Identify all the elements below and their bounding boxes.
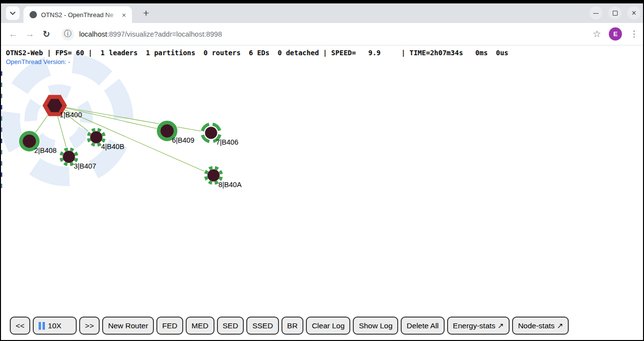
speed-button[interactable]: 10X — [33, 317, 77, 335]
maximize-icon — [613, 11, 618, 16]
node-core — [23, 135, 36, 148]
address-bar: ← → ↻ ⓘ localhost:8997/visualize?addr=lo… — [1, 23, 643, 45]
fast-forward-button[interactable]: >> — [79, 317, 100, 335]
new-tab-button[interactable]: + — [140, 7, 152, 20]
page-content: OTNS2-Web | FPS= 60 | 1 leaders 1 partit… — [1, 45, 643, 340]
url-host: localhost — [79, 30, 107, 38]
button-label: Clear Log — [312, 321, 344, 330]
toolbar: <<10X>>New RouterFEDMEDSEDSSEDBRClear Lo… — [10, 317, 569, 335]
url-field[interactable]: localhost:8997/visualize?addr=localhost:… — [79, 30, 593, 38]
button-label: Node-stats ↗ — [518, 321, 563, 330]
edge-tick — [1, 150, 2, 154]
partition-watermark — [1, 45, 147, 199]
node-label: 7|B406 — [216, 138, 238, 146]
node-core — [63, 151, 75, 163]
button-label: Show Log — [359, 321, 392, 330]
left-edge-marks — [1, 71, 2, 188]
back-icon[interactable]: ← — [5, 29, 21, 40]
energy-stats-button[interactable]: Energy-stats ↗ — [447, 317, 510, 335]
forward-icon[interactable]: → — [21, 29, 38, 40]
globe-favicon-icon — [29, 11, 37, 19]
network-canvas[interactable]: 1|B4002|B4083|B4074|B40B6|B4097|B4068|B4… — [1, 45, 643, 340]
node-1[interactable]: 1|B400 — [43, 95, 82, 119]
button-label: Delete All — [407, 321, 438, 330]
button-label: Energy-stats ↗ — [453, 321, 504, 330]
address-bar-actions: ☆ E ⋮ — [593, 27, 638, 41]
button-label: New Router — [108, 321, 148, 330]
profile-avatar[interactable]: E — [609, 27, 622, 41]
pause-icon — [39, 322, 45, 330]
node-core — [90, 131, 103, 144]
edge-tick — [1, 71, 2, 76]
maximize-button[interactable] — [608, 6, 622, 20]
node-label: 3|B407 — [74, 162, 96, 170]
button-label: >> — [85, 321, 94, 330]
reload-icon[interactable]: ↻ — [38, 29, 55, 40]
button-label: BR — [287, 321, 298, 330]
med-button[interactable]: MED — [186, 317, 214, 335]
fed-button[interactable]: FED — [156, 317, 183, 335]
minimize-icon — [593, 13, 599, 14]
node-label: 6|B409 — [172, 136, 194, 144]
button-label: SED — [223, 321, 238, 330]
node-label: 2|B408 — [34, 147, 57, 154]
minimize-button[interactable] — [589, 6, 602, 20]
node-label: 1|B400 — [60, 111, 82, 119]
node-stats-button[interactable]: Node-stats ↗ — [512, 317, 569, 335]
edge-tick — [1, 128, 2, 132]
show-log-button[interactable]: Show Log — [353, 317, 398, 335]
close-icon: × — [632, 9, 636, 17]
window-controls: × — [589, 6, 641, 20]
edge-tick — [1, 105, 2, 109]
simulation-status-bar: OTNS2-Web | FPS= 60 | 1 leaders 1 partit… — [6, 49, 508, 57]
bookmark-star-icon[interactable]: ☆ — [593, 28, 601, 40]
button-label: 10X — [48, 321, 62, 330]
close-button[interactable]: × — [627, 6, 641, 20]
clear-log-button[interactable]: Clear Log — [306, 317, 350, 335]
info-glyph: ⓘ — [64, 29, 72, 39]
node-label: 4|B40B — [101, 143, 124, 150]
node-4[interactable]: 4|B40B — [86, 127, 124, 150]
tab-otns2[interactable]: OTNS2 - OpenThread Ne × — [23, 6, 132, 23]
button-label: MED — [192, 321, 208, 330]
tab-search-button[interactable] — [6, 6, 20, 20]
button-label: FED — [162, 321, 177, 330]
edge-tick — [1, 172, 2, 177]
delete-all-button[interactable]: Delete All — [401, 317, 444, 335]
node-6[interactable]: 6|B409 — [156, 120, 194, 144]
edge-tick — [1, 83, 2, 87]
tab-close-icon[interactable]: × — [120, 11, 128, 19]
node-label: 8|B40A — [218, 181, 242, 189]
new-router-button[interactable]: New Router — [102, 317, 154, 335]
tab-title-fade — [105, 11, 120, 19]
button-label: SSED — [252, 321, 273, 330]
edge-tick — [1, 116, 2, 121]
node-core — [161, 125, 174, 138]
br-button[interactable]: BR — [281, 317, 304, 335]
edge-tick — [1, 161, 2, 166]
sed-button[interactable]: SED — [217, 317, 244, 335]
site-info-icon[interactable]: ⓘ — [62, 28, 74, 41]
edge-tick — [1, 94, 2, 98]
url-path: :8997/visualize?addr=localhost:8998 — [107, 30, 222, 38]
edge-tick — [1, 139, 2, 143]
node-core — [208, 170, 220, 182]
rewind-button[interactable]: << — [10, 317, 30, 335]
node-7[interactable]: 7|B406 — [201, 123, 238, 147]
browser-menu-icon[interactable]: ⋮ — [630, 29, 638, 39]
ssed-button[interactable]: SSED — [246, 317, 279, 335]
tab-title: OTNS2 - OpenThread Ne — [41, 11, 120, 19]
button-label: << — [16, 321, 24, 330]
tab-strip: OTNS2 - OpenThread Ne × + × — [1, 3, 643, 23]
edge-tick — [1, 184, 2, 188]
chevron-down-icon — [10, 11, 16, 15]
node-8[interactable]: 8|B40A — [203, 165, 242, 189]
browser-window: OTNS2 - OpenThread Ne × + × ← → ↻ ⓘ loca… — [0, 0, 644, 341]
node-3[interactable]: 3|B407 — [59, 147, 96, 170]
node-core — [205, 127, 217, 139]
openthread-version-label: OpenThread Version: - — [6, 58, 70, 65]
